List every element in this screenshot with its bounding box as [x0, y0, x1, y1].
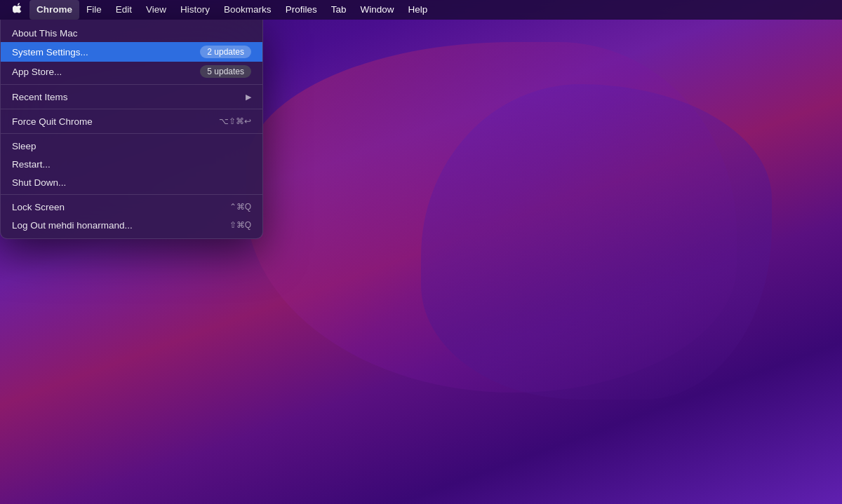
menu-item-system-settings-label: System Settings...	[12, 47, 200, 57]
menu-item-log-out[interactable]: Log Out mehdi honarmand... ⇧⌘Q	[1, 216, 262, 234]
apple-dropdown-menu: About This Mac System Settings... 2 upda…	[0, 20, 263, 239]
menu-item-about-this-mac-label: About This Mac	[12, 28, 251, 39]
menu-item-sleep[interactable]: Sleep	[1, 137, 262, 155]
force-quit-shortcut: ⌥⇧⌘↩	[219, 116, 251, 126]
menu-item-sleep-label: Sleep	[12, 141, 251, 151]
menu-item-shut-down[interactable]: Shut Down...	[1, 173, 262, 191]
separator-4	[1, 194, 262, 195]
apple-logo-icon[interactable]	[6, 0, 29, 20]
menubar-item-history[interactable]: History	[173, 0, 217, 20]
menu-item-force-quit-chrome[interactable]: Force Quit Chrome ⌥⇧⌘↩	[1, 112, 262, 130]
menubar-item-file[interactable]: File	[79, 0, 109, 20]
menu-item-app-store-label: App Store...	[12, 67, 200, 77]
menu-item-shut-down-label: Shut Down...	[12, 177, 251, 188]
menu-item-lock-screen[interactable]: Lock Screen ⌃⌘Q	[1, 198, 262, 216]
menu-item-app-store[interactable]: App Store... 5 updates	[1, 62, 262, 81]
menu-item-force-quit-label: Force Quit Chrome	[12, 116, 219, 127]
separator-3	[1, 133, 262, 134]
separator-2	[1, 109, 262, 109]
menubar: Chrome File Edit View History Bookmarks …	[0, 0, 842, 20]
lock-screen-shortcut: ⌃⌘Q	[229, 202, 251, 212]
chevron-right-icon: ▶	[246, 93, 251, 102]
menubar-item-window[interactable]: Window	[353, 0, 401, 20]
separator-1	[1, 84, 262, 85]
menubar-item-chrome[interactable]: Chrome	[29, 0, 79, 20]
menu-item-system-settings[interactable]: System Settings... 2 updates	[1, 42, 262, 62]
menubar-item-profiles[interactable]: Profiles	[279, 0, 324, 20]
menubar-item-view[interactable]: View	[139, 0, 173, 20]
menu-item-restart[interactable]: Restart...	[1, 155, 262, 173]
menu-item-recent-items[interactable]: Recent Items ▶	[1, 88, 262, 106]
system-settings-update-badge: 2 updates	[200, 46, 251, 58]
app-store-update-badge: 5 updates	[200, 65, 251, 78]
log-out-shortcut: ⇧⌘Q	[229, 220, 251, 230]
menubar-item-bookmarks[interactable]: Bookmarks	[217, 0, 279, 20]
menu-item-log-out-label: Log Out mehdi honarmand...	[12, 220, 229, 231]
menu-item-restart-label: Restart...	[12, 159, 251, 170]
menu-item-lock-screen-label: Lock Screen	[12, 202, 229, 212]
menu-item-about-this-mac[interactable]: About This Mac	[1, 24, 262, 42]
menu-item-recent-items-label: Recent Items	[12, 92, 246, 102]
menubar-item-help[interactable]: Help	[401, 0, 434, 20]
menubar-item-tab[interactable]: Tab	[324, 0, 354, 20]
menubar-item-edit[interactable]: Edit	[109, 0, 139, 20]
